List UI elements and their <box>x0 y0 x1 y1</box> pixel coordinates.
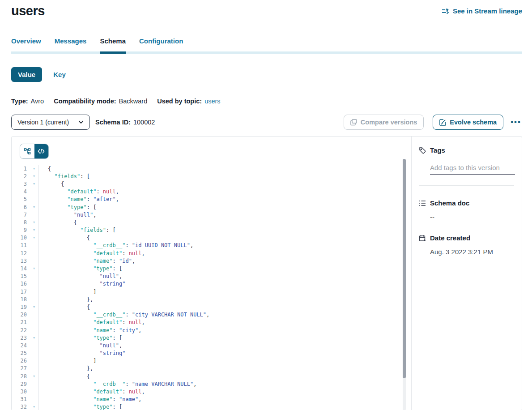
line-number: 31 <box>12 396 30 402</box>
tree-view-button[interactable] <box>20 144 34 158</box>
code-line: 4 "default": null, <box>12 188 411 196</box>
fold-toggle-icon[interactable]: ▼ <box>30 267 38 270</box>
code-text: "default": null, <box>38 319 411 326</box>
tab-messages[interactable]: Messages <box>55 37 87 51</box>
evolve-schema-button[interactable]: Evolve schema <box>433 115 503 130</box>
code-text: "null", <box>38 342 411 349</box>
code-text: "string" <box>38 280 411 288</box>
code-text: "null", <box>38 273 411 280</box>
code-text: "fields": [ <box>38 226 411 234</box>
code-text: "__crdb__": "id UUID NOT NULL", <box>38 242 411 249</box>
see-in-stream-lineage-link[interactable]: See in Stream lineage <box>442 7 522 15</box>
code-line: 31 "name": "name", <box>12 396 411 403</box>
code-text: "type": [ <box>38 334 411 342</box>
code-text: { <box>38 218 411 226</box>
schema-detail-card: 1▼{2▼ "fields": [3▼ {4 "default": null,5… <box>11 136 522 410</box>
code-line: 8▼ { <box>12 218 411 226</box>
line-number: 19 <box>12 304 30 310</box>
fold-toggle-icon[interactable]: ▼ <box>30 336 38 340</box>
schema-page: users See in Stream lineage Overview Mes… <box>0 0 532 410</box>
schema-editor-panel: 1▼{2▼ "fields": [3▼ {4 "default": null,5… <box>12 137 411 410</box>
code-text: "type": [ <box>38 403 411 410</box>
code-line: 29 "__crdb__": "name VARCHAR NULL", <box>12 380 411 388</box>
line-number: 7 <box>12 212 30 218</box>
line-number: 25 <box>12 350 30 356</box>
version-select-value: Version 1 (current) <box>17 119 69 126</box>
evolve-schema-label: Evolve schema <box>450 119 497 126</box>
fold-toggle-icon[interactable]: ▼ <box>30 175 38 178</box>
line-number: 23 <box>12 335 30 341</box>
code-line: 18 }, <box>12 295 411 303</box>
fold-toggle-icon[interactable]: ▼ <box>30 205 38 209</box>
code-text: { <box>38 303 411 311</box>
line-number: 17 <box>12 289 30 295</box>
code-lines: 1▼{2▼ "fields": [3▼ {4 "default": null,5… <box>12 165 411 410</box>
code-text: "fields": [ <box>38 172 411 180</box>
line-number: 11 <box>12 242 30 248</box>
add-tags-input[interactable] <box>430 163 515 175</box>
code-text: "__crdb__": "city VARCHAR NOT NULL", <box>38 311 411 319</box>
date-created-value: Aug. 3 2022 3:21 PM <box>430 248 514 256</box>
code-line: 6▼ "type": [ <box>12 203 411 211</box>
line-number: 14 <box>12 265 30 272</box>
editor-scrollbar-thumb[interactable] <box>403 159 406 378</box>
code-text: "default": null, <box>38 249 411 257</box>
compatibility-label: Compatibility mode: <box>54 98 116 105</box>
line-number: 3 <box>12 181 30 187</box>
code-line: 19▼ { <box>12 303 411 311</box>
fold-toggle-icon[interactable]: ▼ <box>30 221 38 224</box>
line-number: 4 <box>12 188 30 195</box>
code-line: 3▼ { <box>12 180 411 188</box>
schema-id-label: Schema ID: <box>95 119 131 126</box>
see-in-stream-lineage-label: See in Stream lineage <box>453 7 522 15</box>
fold-toggle-icon[interactable]: ▼ <box>30 228 38 232</box>
fold-toggle-icon[interactable]: ▼ <box>30 305 38 309</box>
code-text: "__crdb__": "name VARCHAR NULL", <box>38 380 411 388</box>
page-title: users <box>11 4 45 18</box>
line-number: 28 <box>12 373 30 380</box>
schema-id-value: 100002 <box>133 119 155 126</box>
key-toggle-button[interactable]: Key <box>53 71 66 78</box>
code-line: 30 "default": null, <box>12 388 411 395</box>
code-line: 14▼ "type": [ <box>12 265 411 272</box>
value-toggle-button[interactable]: Value <box>11 67 42 82</box>
date-created-heading-row: Date created <box>419 234 514 242</box>
line-number: 26 <box>12 358 30 364</box>
tab-overview[interactable]: Overview <box>11 37 41 51</box>
schema-doc-heading-row: Schema doc <box>419 199 514 207</box>
code-text: { <box>38 234 411 242</box>
type-value: Avro <box>31 98 44 105</box>
line-number: 6 <box>12 204 30 210</box>
compare-versions-button[interactable]: Compare versions <box>344 115 424 130</box>
code-line: 15 "null", <box>12 273 411 280</box>
fold-toggle-icon[interactable]: ▼ <box>30 167 38 171</box>
code-line: 32▼ "type": [ <box>12 403 411 410</box>
fold-toggle-icon[interactable]: ▼ <box>30 182 38 186</box>
fold-toggle-icon[interactable]: ▼ <box>30 405 38 409</box>
code-line: 12 "default": null, <box>12 249 411 257</box>
code-text: "string" <box>38 350 411 357</box>
tags-heading-row: Tags <box>419 146 514 154</box>
more-actions-button[interactable]: ••• <box>510 116 522 128</box>
code-text: }, <box>38 295 411 303</box>
topic-link[interactable]: users <box>204 98 220 105</box>
code-view-button[interactable] <box>34 144 49 158</box>
date-created-heading: Date created <box>430 234 470 242</box>
tab-configuration[interactable]: Configuration <box>139 37 183 51</box>
editor-view-toggle <box>20 144 49 159</box>
code-line: 22 "name": "city", <box>12 326 411 334</box>
code-line: 26 ] <box>12 357 411 365</box>
fold-toggle-icon[interactable]: ▼ <box>30 375 38 378</box>
code-text: "name": "city", <box>38 326 411 334</box>
tree-view-icon <box>24 148 31 155</box>
fold-toggle-icon[interactable]: ▼ <box>30 236 38 239</box>
code-line: 1▼{ <box>12 165 411 172</box>
tab-bar: Overview Messages Schema Configuration <box>11 37 522 54</box>
tab-schema[interactable]: Schema <box>100 37 126 51</box>
used-by-topic-label: Used by topic: <box>157 98 202 105</box>
line-number: 13 <box>12 258 30 264</box>
line-number: 21 <box>12 319 30 325</box>
code-text: "name": "after", <box>38 196 411 203</box>
code-line: 13 "name": "id", <box>12 257 411 265</box>
version-select[interactable]: Version 1 (current) <box>11 115 90 130</box>
